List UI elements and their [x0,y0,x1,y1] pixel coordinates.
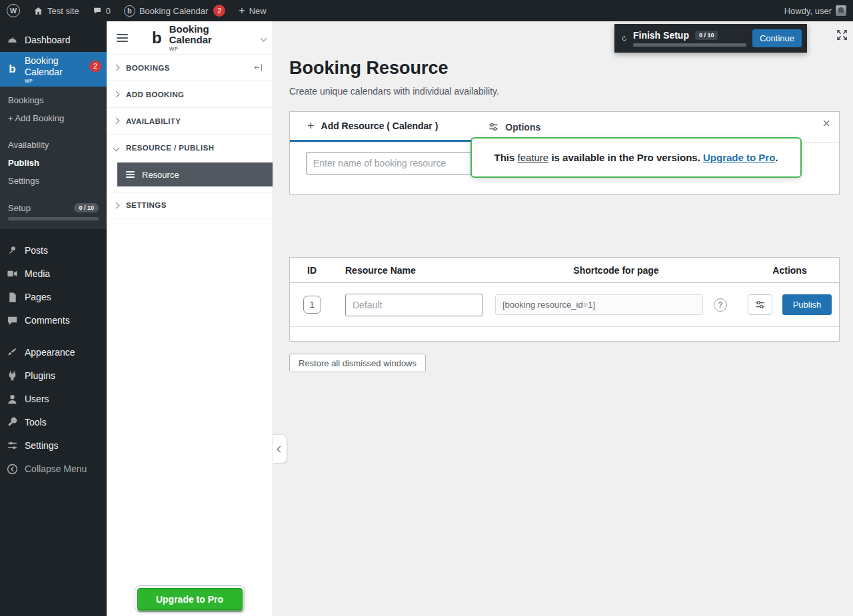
posts-icon [6,244,19,257]
finish-setup-toast: Finish Setup 0 / 10 Continue [614,24,807,53]
chevron-down-icon[interactable] [261,35,267,42]
tab-add-resource[interactable]: + Add Resource ( Calendar ) [290,112,475,142]
column-header-shortcode: Shortcode for page [492,265,740,276]
list-icon [126,169,135,180]
sliders-icon [755,300,765,310]
settings-icon [6,440,19,452]
wp-logo-menu[interactable]: W [0,0,27,21]
nav-item-resource[interactable]: Resource [117,162,273,186]
plugin-nav-header: b Booking Calendar WP [107,21,273,54]
submenu-separator [0,190,107,198]
nav-section-settings[interactable]: SETTINGS [107,192,273,218]
id-cell: 1 [290,296,334,314]
pro-feature-popup: This feature is available in the Pro ver… [470,137,802,178]
table-row: 1 ? Publish [290,283,839,327]
plugin-sidebar: b Booking Calendar WP BOOKINGS ADD BOOKI… [107,21,273,616]
shortcode-cell: ? [492,294,740,315]
nav-section-availability[interactable]: AVAILABILITY [107,108,273,135]
setup-progress-bar [8,217,99,220]
menu-separator [0,332,107,341]
plugin-title-menu[interactable]: Booking Calendar WP [169,24,253,52]
collapse-menu-button[interactable]: Collapse Menu [0,458,107,481]
sidebar-item-posts[interactable]: Posts [0,239,107,262]
refresh-icon [622,33,627,44]
chevron-left-icon [277,446,283,452]
upgrade-to-pro-button[interactable]: Upgrade to Pro [137,588,243,610]
submenu-publish[interactable]: Publish [0,154,107,172]
plugin-subtitle: WP [25,79,101,84]
howdy-label: Howdy, user [784,6,832,16]
sidebar-item-label: Dashboard [25,35,71,46]
sidebar-item-comments[interactable]: Comments [0,309,107,332]
dock-sidebar-icon[interactable] [253,63,263,73]
wp-letter: W [10,7,17,15]
comments-menu[interactable]: 0 [86,0,117,21]
publish-button[interactable]: Publish [782,294,832,315]
submenu-setup[interactable]: Setup 0 / 10 [0,198,107,214]
booking-calendar-text: Booking Calendar 2 WP [25,55,101,84]
submenu-settings[interactable]: Settings [0,172,107,190]
sidebar-item-users[interactable]: Users [0,388,107,411]
upgrade-to-pro-link[interactable]: Upgrade to Pro [703,152,775,163]
resource-name-input[interactable] [306,152,474,174]
submenu-availability[interactable]: Availability [0,136,107,154]
help-icon[interactable]: ? [714,298,727,312]
nav-item-label: Resource [142,170,179,180]
menu-toggle-icon[interactable] [117,32,128,44]
shortcode-field[interactable] [495,294,703,315]
appearance-icon [6,346,19,359]
section-label: SETTINGS [126,201,167,209]
sidebar-item-label: Appearance [25,347,75,358]
booking-calendar-submenu: Bookings + Add Booking Availability Publ… [0,87,107,229]
wordpress-logo-icon: W [7,4,20,17]
close-icon[interactable]: × [822,117,830,130]
table-footer [290,327,839,341]
sidebar-item-label: Posts [25,245,48,256]
setup-progress-badge: 0 / 10 [74,203,99,212]
sidebar-item-plugins[interactable]: Plugins [0,364,107,388]
collapse-panel-handle[interactable] [273,434,287,463]
account-menu[interactable]: Howdy, user [778,0,853,21]
collapse-menu-label: Collapse Menu [25,463,87,475]
sidebar-item-pages[interactable]: Pages [0,286,107,309]
page-title: Booking Resource [289,58,840,79]
row-options-button[interactable] [748,294,772,315]
sidebar-item-label: Booking Calendar [25,55,83,78]
add-resource-card: + Add Resource ( Calendar ) Options × Th… [289,111,840,194]
nav-section-add-booking[interactable]: ADD BOOKING [107,81,273,108]
plugin-title: Booking Calendar [169,24,253,46]
sidebar-item-label: Pages [25,292,51,303]
new-menu[interactable]: + New [232,0,273,21]
sidebar-item-tools[interactable]: Tools [0,411,107,434]
nav-section-bookings[interactable]: BOOKINGS [107,55,273,81]
plugins-icon [6,370,19,382]
booking-calendar-icon: b [6,63,19,76]
menu-separator [0,229,107,239]
resource-id-badge: 1 [303,296,321,314]
pro-popup-text: This feature is available in the Pro ver… [494,152,778,163]
table-header-row: ID Resource Name Shortcode for page Acti… [290,258,839,283]
fullscreen-icon[interactable] [836,29,848,44]
sidebar-item-media[interactable]: Media [0,262,107,286]
site-name-menu[interactable]: Test site [27,0,86,21]
feature-link[interactable]: feature [518,152,549,163]
media-icon [6,268,19,280]
resource-name-field[interactable] [345,294,482,316]
sidebar-item-settings[interactable]: Settings [0,434,107,458]
restore-dismissed-button[interactable]: Restore all dismissed windows [289,354,426,372]
sidebar-item-dashboard[interactable]: Dashboard [0,29,107,52]
sidebar-item-appearance[interactable]: Appearance [0,341,107,364]
sidebar-item-label: Media [25,268,50,280]
submenu-bookings[interactable]: Bookings [0,91,107,109]
section-label: BOOKINGS [126,64,170,72]
continue-button[interactable]: Continue [752,29,802,47]
nav-section-resource-publish[interactable]: RESOURCE / PUBLISH [107,135,273,161]
sidebar-item-label: Comments [25,315,70,326]
finish-setup-body: Finish Setup 0 / 10 [633,30,746,47]
resources-table: ID Resource Name Shortcode for page Acti… [289,257,840,342]
plus-icon: + [239,5,245,16]
sidebar-item-booking-calendar[interactable]: b Booking Calendar 2 WP [0,52,107,87]
submenu-add-booking[interactable]: + Add Booking [0,109,107,127]
booking-calendar-menu[interactable]: b Booking Calendar 2 [117,0,232,21]
column-header-id: ID [290,265,334,276]
